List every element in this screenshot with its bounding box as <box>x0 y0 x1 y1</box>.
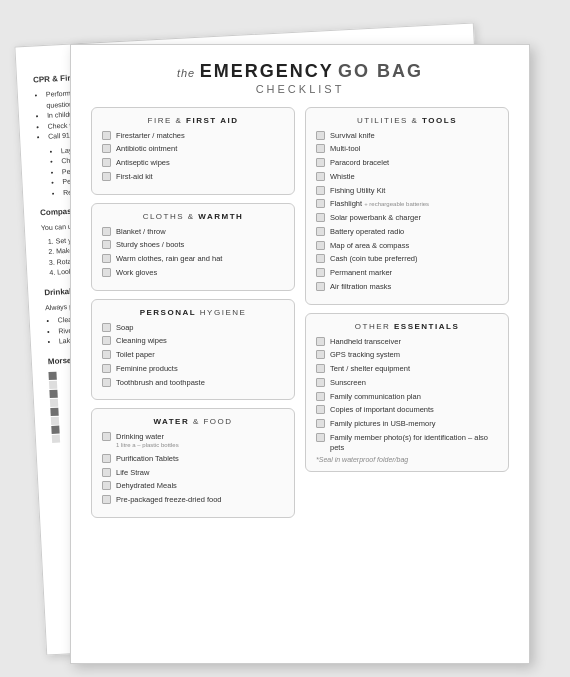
checkbox-comm-plan[interactable] <box>316 392 325 401</box>
checkbox-freeze-dried[interactable] <box>102 495 111 504</box>
item-text-tent: Tent / shelter equipment <box>330 364 498 374</box>
checkbox-flashlight[interactable] <box>316 199 325 208</box>
item-text-firestarter: Firestarter / matches <box>116 131 284 141</box>
item-text-cleaning-wipes: Cleaning wipes <box>116 336 284 346</box>
item-text-comm-plan: Family communication plan <box>330 392 498 402</box>
item-paracord: Paracord bracelet <box>316 158 498 168</box>
checkbox-shoes[interactable] <box>102 240 111 249</box>
checkbox-purification[interactable] <box>102 454 111 463</box>
item-toilet-paper: Toilet paper <box>102 350 284 360</box>
item-photo-id: Family member photo(s) for identificatio… <box>316 433 498 453</box>
checkbox-cleaning-wipes[interactable] <box>102 336 111 345</box>
item-map: Map of area & compass <box>316 241 498 251</box>
checkbox-survival-knife[interactable] <box>316 131 325 140</box>
fire-first-aid-section: FIRE & FIRST AID Firestarter / matches A… <box>91 107 295 195</box>
item-text-shoes: Sturdy shoes / boots <box>116 240 284 250</box>
item-text-marker: Permanent marker <box>330 268 498 278</box>
item-shoes: Sturdy shoes / boots <box>102 240 284 250</box>
title-emergency: EMERGENCY <box>200 61 334 81</box>
item-text-gps: GPS tracking system <box>330 350 498 360</box>
item-text-photo-id: Family member photo(s) for identificatio… <box>330 433 498 453</box>
checkbox-transceiver[interactable] <box>316 337 325 346</box>
item-toothbrush: Toothbrush and toothpaste <box>102 378 284 388</box>
checkbox-tent[interactable] <box>316 364 325 373</box>
checkbox-feminine[interactable] <box>102 364 111 373</box>
water-bold: WATER <box>153 417 189 426</box>
title-subtitle: CHECKLIST <box>91 83 509 95</box>
item-feminine: Feminine products <box>102 364 284 374</box>
item-comm-plan: Family communication plan <box>316 392 498 402</box>
checkbox-fishing[interactable] <box>316 186 325 195</box>
item-gloves: Work gloves <box>102 268 284 278</box>
fire-first-aid-title: FIRE & FIRST AID <box>102 116 284 125</box>
item-antiseptic: Antiseptic wipes <box>102 158 284 168</box>
right-column: UTILITIES & TOOLS Survival knife Multi-t… <box>305 107 509 526</box>
item-text-gloves: Work gloves <box>116 268 284 278</box>
columns-wrapper: FIRE & FIRST AID Firestarter / matches A… <box>91 107 509 526</box>
checkbox-usb-pictures[interactable] <box>316 419 325 428</box>
item-text-dehydrated: Dehydrated Meals <box>116 481 284 491</box>
item-tent: Tent / shelter equipment <box>316 364 498 374</box>
item-text-multi-tool: Multi-tool <box>330 144 498 154</box>
checkbox-toothbrush[interactable] <box>102 378 111 387</box>
utilities-tools-title: UTILITIES & TOOLS <box>316 116 498 125</box>
item-text-fishing: Fishing Utility Kit <box>330 186 498 196</box>
item-text-whistle: Whistle <box>330 172 498 182</box>
item-text-transceiver: Handheld transceiver <box>330 337 498 347</box>
checkbox-blanket[interactable] <box>102 227 111 236</box>
tools-bold: TOOLS <box>422 116 457 125</box>
item-text-toothbrush: Toothbrush and toothpaste <box>116 378 284 388</box>
checkbox-paracord[interactable] <box>316 158 325 167</box>
checkbox-masks[interactable] <box>316 282 325 291</box>
personal-hygiene-section: PERSONAL HYGIENE Soap Cleaning wipes Toi… <box>91 299 295 401</box>
title-line1: the EMERGENCY GO BAG <box>91 61 509 82</box>
item-text-paracord: Paracord bracelet <box>330 158 498 168</box>
checkbox-map[interactable] <box>316 241 325 250</box>
checkbox-powerbank[interactable] <box>316 213 325 222</box>
item-usb-pictures: Family pictures in USB-memory <box>316 419 498 429</box>
checkbox-marker[interactable] <box>316 268 325 277</box>
checkbox-radio[interactable] <box>316 227 325 236</box>
item-text-cash: Cash (coin tube preferred) <box>330 254 498 264</box>
item-text-toilet-paper: Toilet paper <box>116 350 284 360</box>
left-column: FIRE & FIRST AID Firestarter / matches A… <box>91 107 295 526</box>
cloths-warmth-section: CLOTHS & WARMTH Blanket / throw Sturdy s… <box>91 203 295 291</box>
checkbox-cash[interactable] <box>316 254 325 263</box>
checkbox-multi-tool[interactable] <box>316 144 325 153</box>
item-text-blanket: Blanket / throw <box>116 227 284 237</box>
item-survival-knife: Survival knife <box>316 131 498 141</box>
item-freeze-dried: Pre-packaged freeze-dried food <box>102 495 284 505</box>
checkbox-whistle[interactable] <box>316 172 325 181</box>
checkbox-life-straw[interactable] <box>102 468 111 477</box>
item-text-radio: Battery operated radio <box>330 227 498 237</box>
checkbox-firstaid-kit[interactable] <box>102 172 111 181</box>
item-multi-tool: Multi-tool <box>316 144 498 154</box>
item-cash: Cash (coin tube preferred) <box>316 254 498 264</box>
checkbox-docs[interactable] <box>316 405 325 414</box>
water-food-section: WATER & FOOD Drinking water1 litre a – p… <box>91 408 295 518</box>
checkbox-toilet-paper[interactable] <box>102 350 111 359</box>
personal-bold: PERSONAL <box>140 308 196 317</box>
checkbox-antiseptic[interactable] <box>102 158 111 167</box>
checkbox-dehydrated[interactable] <box>102 481 111 490</box>
item-gps: GPS tracking system <box>316 350 498 360</box>
checkbox-water[interactable] <box>102 432 111 441</box>
checkbox-warm-clothes[interactable] <box>102 254 111 263</box>
utilities-tools-section: UTILITIES & TOOLS Survival knife Multi-t… <box>305 107 509 305</box>
checkbox-gps[interactable] <box>316 350 325 359</box>
item-cleaning-wipes: Cleaning wipes <box>102 336 284 346</box>
item-powerbank: Solar powerbank & charger <box>316 213 498 223</box>
item-life-straw: Life Straw <box>102 468 284 478</box>
item-text-powerbank: Solar powerbank & charger <box>330 213 498 223</box>
checkbox-gloves[interactable] <box>102 268 111 277</box>
item-soap: Soap <box>102 323 284 333</box>
checkbox-antibiotic[interactable] <box>102 144 111 153</box>
checkbox-firestarter[interactable] <box>102 131 111 140</box>
warmth-bold: WARMTH <box>198 212 243 221</box>
checkbox-soap[interactable] <box>102 323 111 332</box>
title-the: the <box>177 67 195 79</box>
checkbox-photo-id[interactable] <box>316 433 325 442</box>
flashlight-note: + rechargeable batteries <box>364 201 429 207</box>
checkbox-sunscreen[interactable] <box>316 378 325 387</box>
first-aid-bold: FIRST AID <box>186 116 238 125</box>
